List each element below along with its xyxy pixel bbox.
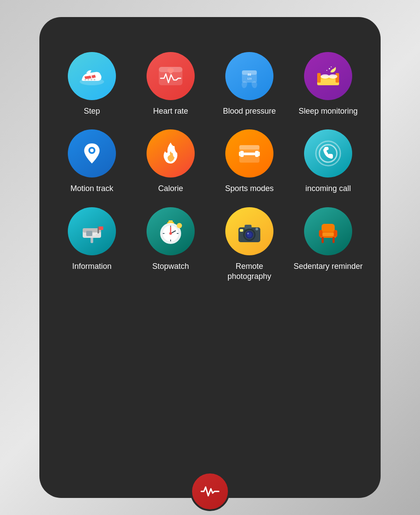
svg-rect-23 [239,145,259,150]
svg-rect-63 [319,230,322,237]
app-label-information: Information [72,261,112,271]
app-item-remote-photography[interactable]: Remote photography [214,207,284,282]
app-grid: Step Heart rate 88 [57,52,363,282]
heartbeat-icon [200,481,220,502]
svg-point-3 [91,79,92,80]
svg-point-51 [177,223,182,228]
svg-rect-53 [245,225,252,229]
svg-point-16 [329,74,337,79]
app-label-motion-track: Motion track [70,184,113,194]
svg-point-18 [326,70,327,71]
app-item-sleep[interactable]: Sleep monitoring [293,52,363,116]
app-item-sports-modes[interactable]: Sports modes [214,129,284,194]
app-label-heart-rate: Heart rate [153,106,188,116]
svg-rect-64 [334,230,337,237]
sleep-icon [304,52,352,100]
svg-rect-28 [258,152,260,156]
svg-point-15 [321,74,329,79]
svg-rect-34 [86,231,92,236]
svg-rect-13 [317,73,321,83]
svg-point-2 [88,79,89,80]
mailbox-icon [68,207,116,255]
app-item-stopwatch[interactable]: Stopwatch [136,207,206,282]
app-label-calorie: Calorie [158,184,183,194]
svg-rect-67 [322,233,334,236]
app-item-incoming-call[interactable]: incoming call [293,129,363,194]
app-item-step[interactable]: Step [57,52,127,116]
svg-rect-59 [240,229,243,232]
svg-rect-38 [92,234,96,235]
app-label-stopwatch: Stopwatch [152,261,189,271]
svg-point-60 [256,228,258,230]
svg-point-19 [331,66,332,67]
svg-text:88: 88 [248,73,251,76]
sneaker-icon [68,52,116,100]
svg-point-50 [169,232,172,235]
svg-rect-27 [239,152,241,156]
svg-point-58 [247,233,249,234]
app-label-sedentary-reminder: Sedentary reminder [294,261,363,271]
svg-rect-24 [243,153,256,155]
app-item-information[interactable]: Information [57,207,127,282]
app-label-sports-modes: Sports modes [225,184,273,194]
app-item-blood-pressure[interactable]: 88 120 Blood pressure [214,52,284,116]
heartbeat-button[interactable] [190,472,230,511]
stopwatch-icon [147,207,195,255]
flame-icon [147,129,195,177]
svg-rect-36 [99,226,103,230]
camera-icon [225,207,273,255]
app-label-remote-photography: Remote photography [214,261,284,282]
app-label-incoming-call: incoming call [305,184,351,194]
svg-rect-37 [92,233,98,233]
app-item-heart-rate[interactable]: Heart rate [136,52,206,116]
app-label-step: Step [84,106,100,116]
svg-point-1 [84,79,86,80]
svg-rect-65 [322,237,324,243]
chair-icon [304,207,352,255]
svg-point-4 [94,79,95,80]
app-item-sedentary-reminder[interactable]: Sedentary reminder [293,207,363,282]
dumbbell-icon [225,129,273,177]
svg-rect-35 [98,226,99,233]
svg-point-21 [90,149,94,152]
app-item-calorie[interactable]: Calorie [136,129,206,194]
phone-icon [304,129,352,177]
svg-text:120: 120 [247,77,252,80]
phone-card: Step Heart rate 88 [39,17,381,498]
location-pin-icon [68,129,116,177]
app-item-motion-track[interactable]: Motion track [57,129,127,194]
heart-rate-icon [147,52,195,100]
app-label-sleep: Sleep monitoring [298,106,357,116]
svg-point-17 [329,68,330,70]
blood-pressure-icon: 88 120 [225,52,273,100]
app-label-blood-pressure: Blood pressure [223,106,276,116]
svg-rect-66 [332,237,335,243]
